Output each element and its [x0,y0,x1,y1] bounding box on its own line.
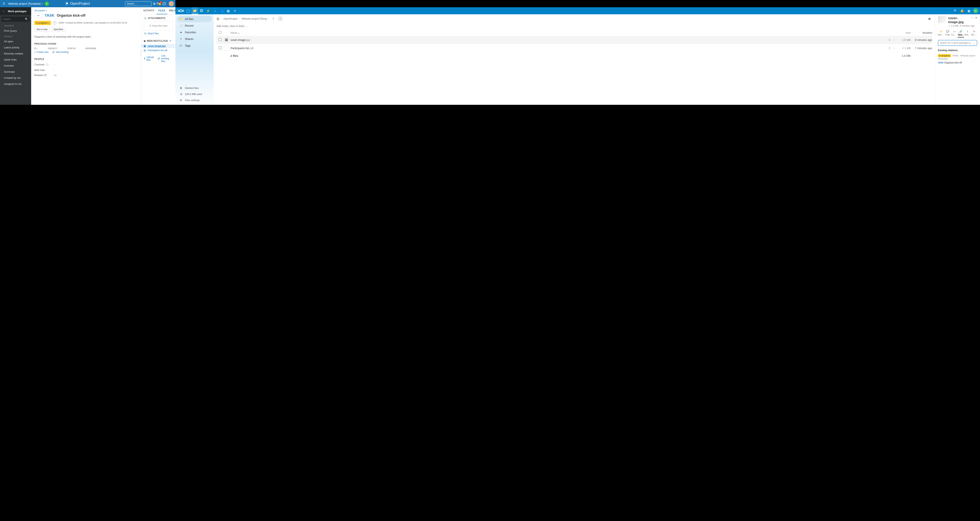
tab-activity[interactable]: ⚡Activi... [938,30,944,37]
link-existing-link[interactable]: 🔗Link existing files [158,54,173,63]
global-search[interactable]: 🔍 [125,2,151,6]
col-modified[interactable]: Modified [911,31,932,34]
contacts-icon[interactable]: 👥 [218,9,225,13]
star-icon[interactable]: ☆ [948,24,950,27]
col-status[interactable]: STATUS [67,47,76,49]
crumb-website-project[interactable]: Website project [Temp... [242,17,269,20]
close-icon[interactable]: ✕ [975,16,977,19]
people-value[interactable]: no [54,74,56,76]
notifications-icon[interactable]: 🔔 [959,9,966,13]
share-icon[interactable]: ⇪ [270,16,276,21]
chip-set-to-new[interactable]: Set to new [34,27,50,32]
create-new-link[interactable]: +Create new [34,51,48,54]
back-icon[interactable]: ← [2,10,5,13]
col-size[interactable]: Size [897,31,911,34]
calendar-icon[interactable]: ▦ [225,9,231,13]
add-button[interactable]: + [45,2,49,6]
sidebar-item-assigned-to-me[interactable]: Assigned to me [0,81,31,87]
notes-input[interactable] [216,22,932,30]
relation-card[interactable]: In progress #9382 - Website project [Tem… [938,54,977,64]
sidebar-search[interactable]: 🔍 [2,17,30,22]
file-row-cover-image[interactable]: ▣cover-image.jpg [141,44,175,48]
tab-sharing[interactable]: ⇪Shari... [964,30,970,37]
more-icon[interactable]: ⋯ [970,16,973,19]
app-icon[interactable]: ✦ [231,9,238,13]
user-avatar[interactable] [169,1,174,6]
col-id[interactable]: ID ↕ [34,47,38,49]
files-icon[interactable]: 📁 [191,7,198,14]
sidebar-item-created-by-me[interactable]: Created by me [0,75,31,81]
more-icon[interactable]: ⋯ [892,38,895,41]
sidebar-item-all-open[interactable]: All open [0,38,31,44]
dashboard-icon[interactable]: ◯ [185,9,191,13]
attach-files-link[interactable]: 📎Attach files [144,32,173,35]
file-row-cover-image[interactable]: 🖼 cover-image.jpg ⇪⋯ 1.6 MB 8 minutes ag… [216,36,932,44]
activity-icon[interactable]: ⚡ [205,9,212,13]
share-icon[interactable]: ⇪ [888,47,891,50]
file-row-participants[interactable]: ▤Participants list.odt [144,48,173,52]
status-selector[interactable]: In progress [34,21,51,25]
tab-relations[interactable]: RELATION [167,7,175,14]
sidebar-item-all-files[interactable]: 📁All files [177,16,212,22]
wp-title[interactable]: Organize kick-off [57,14,86,17]
sidebar-deleted[interactable]: 🗑Deleted files [177,85,212,91]
tab-comments[interactable]: ▭Com... [951,30,958,37]
home-icon[interactable]: 🏠 [216,17,220,20]
upload-files-link[interactable]: ⬆Upload files [144,54,154,63]
sidebar-settings[interactable]: ⚙Files settings [177,97,212,103]
set-parent-link[interactable]: Set parent + [34,9,138,12]
photos-icon[interactable]: 🖼 [198,9,205,13]
people-value[interactable]: - [54,69,55,71]
row-checkbox[interactable] [216,38,224,41]
sidebar-item-recent[interactable]: 🕘Recent [177,22,212,29]
sidebar-item-recently-created[interactable]: Recently created [0,51,31,57]
chip-specified[interactable]: Specified [51,27,65,32]
resizer-handle[interactable] [141,50,141,56]
nextcloud-logo-icon[interactable] [177,9,185,13]
help-icon[interactable]: ? [162,2,168,5]
more-icon[interactable]: ⋯ [892,47,895,50]
tab-versions[interactable]: ↻Versi... [971,30,977,37]
search-icon[interactable]: 🔍 [952,9,959,13]
sidebar-item-overdue[interactable]: Overdue [0,63,31,69]
sidebar-item-gantt[interactable]: Gantt chart [0,57,31,63]
user-avatar[interactable]: BL [973,8,978,13]
tab-chat[interactable]: 💬Chat [945,30,951,37]
notifications-icon[interactable]: 🔔49 [157,2,162,5]
help-icon[interactable]: ? [53,21,56,25]
external-link-icon[interactable]: ↗ [169,40,171,42]
sidebar-item-latest-activity[interactable]: Latest activity [0,44,31,51]
file-name[interactable]: cover-image.jpg [231,38,883,41]
wp-type[interactable]: TASK [45,14,54,17]
project-selector[interactable]: Website project [Template] [8,2,43,5]
help-icon[interactable]: ? [46,63,48,66]
relation-search-input[interactable]: Search for a work package to create a re… [938,40,977,46]
wp-description[interactable]: Organize a kick-of workshop with the pro… [34,35,138,38]
sidebar-group-default[interactable]: ⌃DEFAULT [0,34,31,38]
select-all-checkbox[interactable] [216,31,224,34]
row-checkbox[interactable] [216,47,224,50]
file-name[interactable]: Participants list.odt [231,47,883,50]
sidebar-item-tags[interactable]: 🏷Tags [177,43,212,49]
modules-icon[interactable]: ⊞ [151,2,157,5]
back-button[interactable]: ↩ [34,13,42,18]
relation-search[interactable]: Search for a work package to create a re… [938,40,977,46]
tab-files[interactable]: FILES [156,7,167,14]
contacts-menu-icon[interactable]: ▣ [966,9,972,13]
talk-icon[interactable]: ○ [212,9,218,13]
add-existing-link[interactable]: 🔗Add existing [52,51,68,54]
hamburger-icon[interactable]: ☰ [2,2,6,5]
col-subject[interactable]: SUBJECT [48,47,57,49]
people-value[interactable]: - [54,63,55,67]
sidebar-group-favorite[interactable]: ⌃FAVORITE [0,23,31,28]
share-icon[interactable]: ⇪ [888,38,891,41]
sidebar-item-favorites[interactable]: ★Favorites [177,29,212,35]
sidebar-item-shares[interactable]: ⇪Shares [177,36,212,42]
sidebar-item-summary[interactable]: Summary [0,69,31,75]
crumb-openproject[interactable]: OpenProject [223,17,237,20]
tab-openproject[interactable]: 🔗Ope... [958,30,964,37]
add-button[interactable]: + [278,16,283,21]
col-assignee[interactable]: ASSIGNEE [85,47,96,49]
grid-view-icon[interactable]: ▦ [927,16,932,21]
drop-zone[interactable]: ⬇Drop files here [144,21,173,30]
